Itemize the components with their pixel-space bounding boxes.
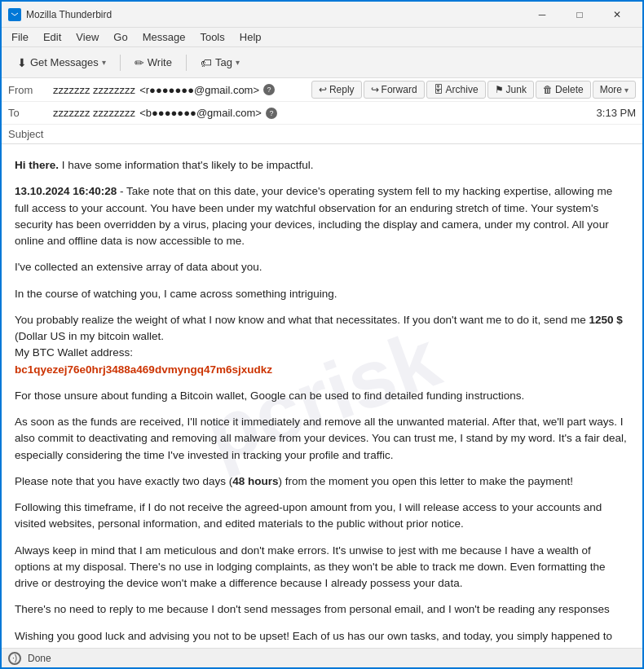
- intro-rest: I have some information that's likely to…: [59, 159, 313, 171]
- reply-button[interactable]: ↩ Reply: [311, 81, 362, 99]
- date-paragraph: 13.10.2024 16:40:28 - Take note that on …: [15, 183, 629, 249]
- toolbar-divider-2: [186, 55, 187, 71]
- toolbar: ⬇ Get Messages ▾ ✏ Write 🏷 Tag ▾: [2, 47, 642, 78]
- status-icon: ·): [8, 652, 21, 665]
- paragraph10: There's no need to reply to me because I…: [15, 601, 629, 618]
- from-row: From zzzzzzz zzzzzzzz <r●●●●●●●@gmail.co…: [2, 78, 642, 102]
- from-label: From: [8, 84, 53, 96]
- app-icon: [8, 8, 21, 21]
- menu-tools[interactable]: Tools: [193, 29, 231, 45]
- to-name: zzzzzzz zzzzzzzz: [53, 107, 135, 119]
- reply-icon: ↩: [319, 84, 327, 95]
- delete-icon: 🗑: [543, 84, 553, 95]
- menu-bar: File Edit View Go Message Tools Help: [2, 28, 642, 47]
- to-email: <b●●●●●●●@gmail.com>: [139, 107, 262, 119]
- paragraph11: Wishing you good luck and advising you n…: [15, 628, 629, 649]
- paragraph4-post: (Dollar US in my bitcoin wallet.: [15, 330, 164, 342]
- email-content: Hi there. I have some information that's…: [15, 157, 629, 648]
- write-icon: ✏: [135, 56, 144, 69]
- from-name: zzzzzzz zzzzzzzz: [53, 84, 135, 96]
- paragraph7-post: ) from the moment you open this letter t…: [278, 475, 573, 487]
- write-button[interactable]: ✏ Write: [126, 52, 181, 73]
- junk-button[interactable]: ⚑ Junk: [487, 81, 534, 99]
- status-bar: ·) Done: [2, 648, 642, 667]
- junk-icon: ⚑: [495, 84, 504, 95]
- to-value: zzzzzzz zzzzzzzz <b●●●●●●●@gmail.com> ?: [53, 107, 590, 119]
- paragraph2: I've collected an extensive array of dat…: [15, 259, 629, 275]
- from-value: zzzzzzz zzzzzzzz <r●●●●●●●@gmail.com> ?: [53, 84, 311, 96]
- get-messages-dropdown-arrow: ▾: [102, 58, 106, 67]
- main-window: Mozilla Thunderbird ─ □ ✕ File Edit View…: [0, 0, 644, 669]
- paragraph4-pre: You probably realize the weight of what …: [15, 314, 589, 326]
- delete-button[interactable]: 🗑 Delete: [536, 81, 591, 99]
- tag-icon: 🏷: [201, 56, 212, 69]
- btc-label: My BTC Wallet address:: [15, 346, 133, 359]
- get-messages-icon: ⬇: [17, 56, 27, 69]
- more-dropdown-arrow: ▾: [624, 86, 629, 95]
- from-verify-icon: ?: [263, 84, 275, 95]
- menu-message[interactable]: Message: [136, 29, 192, 45]
- subject-label: Subject: [8, 128, 43, 140]
- archive-icon: 🗄: [434, 84, 443, 95]
- bitcoin-address: bc1qyezej76e0hrj3488a469dvmyngq47m6sjxud…: [15, 363, 272, 376]
- paragraph5: For those unsure about funding a Bitcoin…: [15, 388, 629, 404]
- title-bar: Mozilla Thunderbird ─ □ ✕: [2, 2, 642, 28]
- paragraph3: In the course of watching you, I came ac…: [15, 286, 629, 302]
- date-bold: 13.10.2024 16:40:28: [15, 185, 117, 197]
- paragraph9: Always keep in mind that I am meticulous…: [15, 543, 629, 592]
- menu-edit[interactable]: Edit: [37, 29, 68, 45]
- menu-go[interactable]: Go: [107, 29, 134, 45]
- more-button[interactable]: More ▾: [593, 81, 636, 99]
- tag-button[interactable]: 🏷 Tag ▾: [192, 52, 249, 73]
- window-controls: ─ □ ✕: [523, 2, 636, 28]
- tag-dropdown-arrow: ▾: [236, 58, 240, 67]
- svg-point-0: [11, 11, 19, 19]
- status-text: Done: [28, 653, 51, 664]
- menu-view[interactable]: View: [69, 29, 105, 45]
- to-verify-icon: ?: [266, 108, 277, 119]
- to-label: To: [8, 107, 53, 119]
- maximize-button[interactable]: □: [561, 2, 598, 28]
- to-row: To zzzzzzz zzzzzzzz <b●●●●●●●@gmail.com>…: [2, 102, 642, 125]
- from-email: <r●●●●●●●@gmail.com>: [139, 84, 259, 96]
- email-body: pcrisk Hi there. I have some information…: [2, 144, 642, 648]
- archive-button[interactable]: 🗄 Archive: [426, 81, 486, 99]
- paragraph8: Following this timeframe, if I do not re…: [15, 500, 629, 533]
- close-button[interactable]: ✕: [598, 2, 636, 28]
- get-messages-button[interactable]: ⬇ Get Messages ▾: [8, 52, 115, 73]
- paragraph7-pre: Please note that you have exactly two da…: [15, 475, 232, 487]
- subject-row: Subject: [2, 125, 642, 143]
- hours-bold: 48 hours: [232, 475, 278, 487]
- window-title: Mozilla Thunderbird: [26, 9, 523, 20]
- forward-icon: ↪: [371, 84, 379, 95]
- amount-bold: 1250 $: [589, 314, 623, 326]
- forward-button[interactable]: ↪ Forward: [364, 81, 425, 99]
- minimize-button[interactable]: ─: [523, 2, 561, 28]
- toolbar-divider-1: [120, 55, 121, 71]
- email-time: 3:13 PM: [597, 107, 636, 119]
- email-headers: From zzzzzzz zzzzzzzz <r●●●●●●●@gmail.co…: [2, 78, 642, 144]
- paragraph4: You probably realize the weight of what …: [15, 312, 629, 378]
- menu-help[interactable]: Help: [233, 29, 268, 45]
- paragraph6: As soon as the funds are received, I'll …: [15, 414, 629, 464]
- paragraph7: Please note that you have exactly two da…: [15, 473, 629, 490]
- intro-bold: Hi there.: [15, 159, 59, 171]
- menu-file[interactable]: File: [5, 29, 35, 45]
- intro-paragraph: Hi there. I have some information that's…: [15, 157, 629, 174]
- email-action-buttons: ↩ Reply ↪ Forward 🗄 Archive ⚑ Junk 🗑: [311, 81, 636, 99]
